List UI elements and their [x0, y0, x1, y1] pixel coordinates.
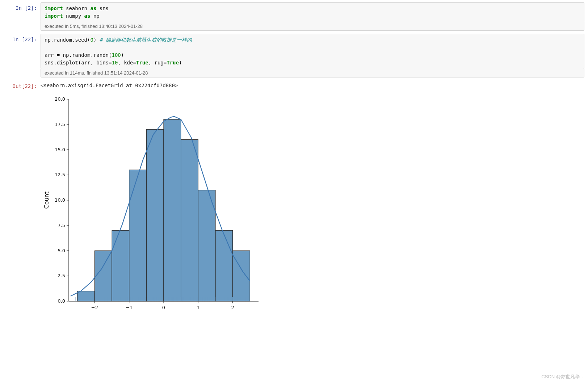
- y-tick-label: 17.5: [55, 122, 65, 127]
- y-tick-label: 15.0: [55, 147, 65, 152]
- chart-output: 0.02.55.07.510.012.515.017.520.0−2−1012C…: [41, 91, 584, 320]
- y-tick-label: 0.0: [58, 298, 65, 304]
- histogram-bar: [215, 231, 233, 301]
- histogram-bar: [112, 231, 129, 301]
- code-input[interactable]: np.random.seed(0) # 确定随机数生成器生成的数据是一样的 ar…: [41, 34, 584, 69]
- code-cell: In [2]: import seaborn as sns import num…: [4, 2, 584, 31]
- rich-output-text: <seaborn.axisgrid.FacetGrid at 0x224cf07…: [41, 80, 584, 91]
- displot-svg: 0.02.55.07.510.012.515.017.520.0−2−1012C…: [41, 94, 265, 319]
- y-tick-label: 12.5: [55, 172, 65, 177]
- x-tick-label: −2: [91, 305, 98, 310]
- x-tick-label: 0: [162, 305, 165, 310]
- cell-area: import seaborn as sns import numpy as np…: [41, 2, 584, 31]
- y-axis-label: Count: [43, 192, 50, 209]
- input-prompt: In [2]:: [4, 2, 41, 31]
- x-tick-label: −1: [126, 305, 133, 310]
- histogram-bar: [146, 130, 164, 301]
- histogram-bar: [77, 291, 95, 301]
- x-tick-label: 2: [231, 305, 234, 310]
- histogram-bar: [181, 140, 198, 301]
- y-tick-label: 5.0: [58, 248, 65, 253]
- x-tick-label: 1: [197, 305, 200, 310]
- y-tick-label: 7.5: [58, 223, 65, 228]
- execution-status: executed in 114ms, finished 13:51:14 202…: [41, 69, 584, 77]
- output-cell: Out[22]: <seaborn.axisgrid.FacetGrid at …: [4, 80, 584, 320]
- y-tick-label: 2.5: [58, 273, 65, 278]
- histogram-bar: [198, 190, 215, 301]
- histogram-bar: [164, 119, 181, 301]
- execution-status: executed in 5ms, finished 13:40:13 2024-…: [41, 22, 584, 31]
- notebook: In [2]: import seaborn as sns import num…: [0, 0, 588, 337]
- output-area: <seaborn.axisgrid.FacetGrid at 0x224cf07…: [41, 80, 584, 320]
- output-prompt: Out[22]:: [4, 80, 41, 320]
- histogram-bar: [94, 251, 112, 302]
- code-cell: In [22]: np.random.seed(0) # 确定随机数生成器生成的…: [4, 34, 584, 77]
- y-tick-label: 10.0: [55, 197, 65, 203]
- input-prompt: In [22]:: [4, 34, 41, 77]
- cell-area: np.random.seed(0) # 确定随机数生成器生成的数据是一样的 ar…: [41, 34, 584, 77]
- code-input[interactable]: import seaborn as sns import numpy as np: [41, 2, 584, 22]
- y-tick-label: 20.0: [55, 96, 65, 102]
- histogram-bar: [129, 170, 147, 301]
